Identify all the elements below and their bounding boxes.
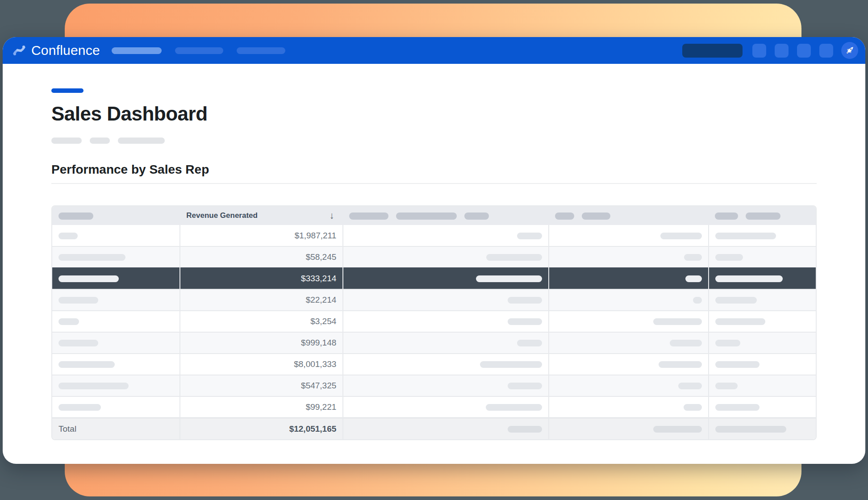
cell-placeholder	[715, 318, 765, 325]
cell-placeholder	[517, 233, 542, 239]
column-label-placeholder	[58, 212, 93, 220]
cell-placeholder	[715, 404, 760, 411]
app-window: Confluence	[3, 37, 865, 464]
header-icon-button-2[interactable]	[775, 44, 789, 58]
cell-placeholder	[659, 361, 702, 368]
table-row[interactable]: $8,001,333	[52, 354, 816, 375]
nav-item-placeholder-2[interactable]	[175, 47, 223, 54]
sort-descending-icon[interactable]: ↓	[330, 210, 334, 221]
brand-name: Confluence	[31, 43, 100, 58]
metadata-placeholder-2	[90, 138, 110, 144]
sales-rep-table: Revenue Generated ↓	[51, 205, 817, 440]
column-label-placeholder	[746, 212, 780, 220]
column-label-placeholder	[349, 212, 388, 220]
cell-placeholder	[58, 361, 115, 368]
cell-placeholder	[715, 254, 743, 261]
cell-placeholder	[653, 318, 702, 325]
header-icon-button-4[interactable]	[819, 44, 833, 58]
cell-placeholder	[486, 254, 542, 261]
column-header-revenue[interactable]: Revenue Generated ↓	[180, 206, 343, 225]
page-title: Sales Dashboard	[51, 103, 817, 125]
cell-placeholder	[715, 275, 783, 282]
cell-placeholder	[508, 318, 542, 325]
column-label-placeholder	[396, 212, 457, 220]
table-row[interactable]: $1,987,211	[52, 225, 816, 246]
cell-placeholder	[58, 404, 101, 411]
cell-placeholder	[715, 361, 760, 368]
cell-placeholder	[480, 361, 542, 368]
revenue-value: $999,148	[180, 332, 343, 354]
confluence-logo-icon	[13, 44, 26, 57]
nav-item-placeholder-3[interactable]	[237, 47, 285, 54]
cell-placeholder	[685, 275, 702, 282]
column-header-5[interactable]	[709, 206, 816, 225]
title-accent-bar	[51, 88, 83, 93]
section-heading: Performance by Sales Rep	[51, 162, 817, 177]
revenue-value: $22,214	[180, 289, 343, 311]
cell-placeholder	[715, 297, 757, 304]
column-label-placeholder	[555, 212, 574, 220]
cell-placeholder	[693, 297, 702, 304]
revenue-value: $8,001,333	[180, 354, 343, 375]
cell-placeholder	[58, 318, 79, 325]
header-icon-button-1[interactable]	[752, 44, 766, 58]
cell-placeholder	[678, 383, 702, 389]
page-metadata-placeholders	[51, 138, 817, 144]
rocket-icon	[844, 45, 855, 56]
cell-placeholder	[486, 404, 542, 411]
nav-item-placeholder-1[interactable]	[112, 47, 162, 54]
cell-placeholder	[715, 426, 786, 433]
table-row-selected[interactable]: $333,214	[52, 268, 816, 289]
user-avatar[interactable]	[841, 42, 858, 59]
header-icon-button-3[interactable]	[797, 44, 811, 58]
cell-placeholder	[58, 340, 98, 346]
cell-placeholder	[58, 233, 78, 239]
table-row[interactable]: $999,148	[52, 332, 816, 354]
cell-placeholder	[715, 340, 740, 346]
header-actions	[682, 42, 858, 59]
revenue-value: $99,221	[180, 396, 343, 418]
column-label-placeholder	[464, 212, 489, 220]
column-label-placeholder	[715, 212, 738, 220]
total-label: Total	[52, 418, 180, 439]
app-header-bar: Confluence	[3, 37, 865, 64]
cell-placeholder	[670, 340, 702, 346]
cell-placeholder	[684, 254, 702, 261]
cell-placeholder	[508, 383, 542, 389]
table-row[interactable]: $547,325	[52, 375, 816, 396]
metadata-placeholder-3	[118, 138, 165, 144]
revenue-value: $547,325	[180, 375, 343, 396]
cell-placeholder	[58, 297, 98, 304]
revenue-value: $3,254	[180, 311, 343, 332]
top-navigation	[112, 47, 285, 54]
table-header-row: Revenue Generated ↓	[52, 206, 816, 225]
column-header-rep[interactable]	[52, 206, 180, 225]
cell-placeholder	[58, 275, 119, 282]
column-header-3[interactable]	[343, 206, 549, 225]
cell-placeholder	[58, 254, 125, 261]
search-input[interactable]	[682, 44, 743, 58]
cell-placeholder	[517, 340, 542, 346]
table-row[interactable]: $58,245	[52, 246, 816, 268]
cell-placeholder	[476, 275, 542, 282]
table-row[interactable]: $3,254	[52, 311, 816, 332]
cell-placeholder	[660, 233, 702, 239]
section-divider	[51, 183, 817, 184]
column-label-placeholder	[582, 212, 610, 220]
table-row[interactable]: $22,214	[52, 289, 816, 311]
revenue-value: $333,214	[180, 268, 343, 289]
column-header-4[interactable]	[549, 206, 709, 225]
cell-placeholder	[715, 233, 776, 239]
cell-placeholder	[58, 383, 129, 389]
table-row[interactable]: $99,221	[52, 396, 816, 418]
revenue-value: $58,245	[180, 246, 343, 268]
confluence-home-link[interactable]: Confluence	[13, 43, 100, 58]
cell-placeholder	[653, 426, 702, 433]
page-content: Sales Dashboard Performance by Sales Rep	[3, 88, 865, 440]
cell-placeholder	[508, 426, 542, 433]
table-total-row: Total $12,051,165	[52, 418, 816, 439]
cell-placeholder	[508, 297, 542, 304]
revenue-column-label: Revenue Generated	[186, 211, 258, 220]
revenue-value: $1,987,211	[180, 225, 343, 246]
total-revenue-value: $12,051,165	[180, 418, 343, 439]
